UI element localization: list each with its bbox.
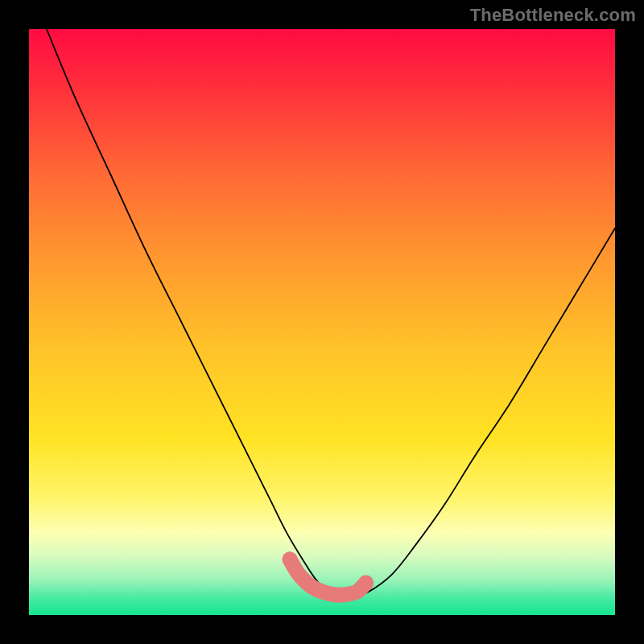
gradient-background <box>29 29 615 615</box>
plot-area <box>29 29 615 615</box>
sweet-spot-dot-start <box>282 551 297 567</box>
chart-frame: TheBottleneck.com <box>0 0 644 644</box>
watermark-text: TheBottleneck.com <box>470 5 636 26</box>
sweet-spot-dot-end <box>358 575 374 590</box>
chart-svg <box>29 29 615 615</box>
